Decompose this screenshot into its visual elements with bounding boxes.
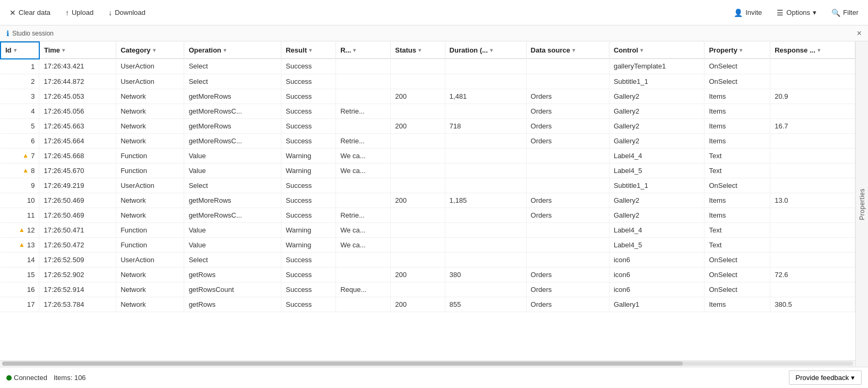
cell-datasource: Orders	[526, 282, 609, 297]
table-row[interactable]: ▲1217:26:50.471FunctionValueWarningWe ca…	[1, 222, 855, 237]
cell-id: 3	[1, 89, 39, 104]
session-bar-close-button[interactable]: ×	[857, 29, 862, 38]
table-row[interactable]: 1717:26:53.784NetworkgetRowsSuccess20085…	[1, 297, 855, 312]
cell-time: 17:26:50.469	[39, 193, 116, 208]
cell-time: 17:26:52.902	[39, 267, 116, 282]
cell-status	[391, 208, 445, 222]
cell-operation: Select	[184, 59, 281, 74]
cell-category: Function	[116, 148, 184, 163]
table-row[interactable]: 1017:26:50.469NetworkgetMoreRowsSuccess2…	[1, 193, 855, 208]
cell-duration	[445, 74, 526, 89]
cell-result: Success	[281, 104, 336, 118]
cell-time: 17:26:45.053	[39, 89, 116, 104]
toolbar: ✕ Clear data ↑ Upload ↓ Download 👤 Invit…	[0, 0, 868, 25]
col-header-operation[interactable]: Operation ▾	[184, 42, 281, 59]
cell-id: 15	[1, 267, 39, 282]
cell-control: Subtitle1_1	[609, 178, 704, 193]
cell-r	[336, 193, 391, 208]
cell-status	[391, 222, 445, 237]
download-button[interactable]: ↓ Download	[105, 6, 149, 19]
cell-response	[770, 252, 855, 267]
cell-control: icon6	[609, 267, 704, 282]
table-row[interactable]: ▲717:26:45.668FunctionValueWarningWe ca.…	[1, 148, 855, 163]
cell-datasource: Orders	[526, 193, 609, 208]
side-panel[interactable]: Properties	[855, 41, 868, 367]
cell-operation: getRows	[184, 297, 281, 312]
col-header-r[interactable]: R... ▾	[336, 42, 391, 59]
col-header-control[interactable]: Control ▾	[609, 42, 704, 59]
table-row[interactable]: 117:26:43.421UserActionSelectSuccessgall…	[1, 59, 855, 74]
cell-duration	[445, 222, 526, 237]
cell-datasource	[526, 252, 609, 267]
col-header-time[interactable]: Time ▾	[39, 42, 116, 59]
provide-feedback-button[interactable]: Provide feedback ▾	[789, 370, 862, 385]
col-header-property[interactable]: Property ▾	[704, 42, 770, 59]
table-row[interactable]: 617:26:45.664NetworkgetMoreRowsC...Succe…	[1, 133, 855, 148]
cell-duration	[445, 104, 526, 118]
col-header-result[interactable]: Result ▾	[281, 42, 336, 59]
col-header-category[interactable]: Category ▾	[116, 42, 184, 59]
filter-button[interactable]: 🔍 Filter	[828, 6, 862, 19]
cell-control: Gallery2	[609, 208, 704, 222]
cell-property: Text	[704, 148, 770, 163]
cell-time: 17:26:43.421	[39, 59, 116, 74]
cell-time: 17:26:52.914	[39, 282, 116, 297]
options-button[interactable]: ☰ Options ▾	[774, 6, 820, 19]
col-header-status[interactable]: Status ▾	[391, 42, 445, 59]
clear-data-button[interactable]: ✕ Clear data	[6, 6, 54, 19]
cell-result: Warning	[281, 163, 336, 178]
table-row[interactable]: 1517:26:52.902NetworkgetRowsSuccess20038…	[1, 267, 855, 282]
cell-operation: Value	[184, 163, 281, 178]
cell-duration: 1,185	[445, 193, 526, 208]
table-row[interactable]: 1417:26:52.509UserActionSelectSuccessico…	[1, 252, 855, 267]
cell-datasource: Orders	[526, 133, 609, 148]
cell-status: 200	[391, 89, 445, 104]
cell-result: Success	[281, 267, 336, 282]
cell-id: 10	[1, 193, 39, 208]
table-row[interactable]: ▲1317:26:50.472FunctionValueWarningWe ca…	[1, 237, 855, 252]
cell-control: Gallery2	[609, 104, 704, 118]
upload-button[interactable]: ↑ Upload	[62, 6, 97, 19]
table-row[interactable]: 417:26:45.056NetworkgetMoreRowsC...Succe…	[1, 104, 855, 118]
table-row[interactable]: 317:26:45.053NetworkgetMoreRowsSuccess20…	[1, 89, 855, 104]
cell-category: Network	[116, 133, 184, 148]
operation-sort-icon: ▾	[224, 47, 226, 53]
cell-duration	[445, 148, 526, 163]
horizontal-scrollbar[interactable]	[0, 360, 855, 367]
info-icon: ℹ	[6, 29, 9, 38]
cell-property: OnSelect	[704, 178, 770, 193]
download-icon: ↓	[108, 8, 112, 17]
table-row[interactable]: 517:26:45.663NetworkgetMoreRowsSuccess20…	[1, 118, 855, 133]
col-header-id[interactable]: Id ▾	[1, 42, 39, 59]
table-row[interactable]: ▲817:26:45.670FunctionValueWarningWe ca.…	[1, 163, 855, 178]
connected-label: Connected	[14, 374, 47, 382]
cell-operation: getMoreRowsC...	[184, 104, 281, 118]
cell-id: 2	[1, 74, 39, 89]
warning-icon: ▲	[19, 226, 25, 234]
cell-datasource: Orders	[526, 89, 609, 104]
cell-result: Success	[281, 282, 336, 297]
main-area: Id ▾ Time ▾ Category	[0, 41, 868, 367]
cell-status	[391, 252, 445, 267]
cell-result: Warning	[281, 237, 336, 252]
table-row[interactable]: 917:26:49.219UserActionSelectSuccessSubt…	[1, 178, 855, 193]
cell-r: We ca...	[336, 148, 391, 163]
cell-operation: getMoreRowsC...	[184, 208, 281, 222]
col-header-datasource[interactable]: Data source ▾	[526, 42, 609, 59]
invite-button[interactable]: 👤 Invite	[731, 6, 765, 19]
cell-time: 17:26:45.056	[39, 104, 116, 118]
response-sort-icon: ▾	[818, 47, 820, 53]
col-header-duration[interactable]: Duration (... ▾	[445, 42, 526, 59]
cell-response	[770, 222, 855, 237]
cell-r: We ca...	[336, 222, 391, 237]
cell-response	[770, 74, 855, 89]
cell-result: Success	[281, 193, 336, 208]
cell-category: Function	[116, 237, 184, 252]
control-sort-icon: ▾	[640, 47, 643, 53]
table-row[interactable]: 217:26:44.872UserActionSelectSuccessSubt…	[1, 74, 855, 89]
table-row[interactable]: 1117:26:50.469NetworkgetMoreRowsC...Succ…	[1, 208, 855, 222]
col-header-response[interactable]: Response ... ▾	[770, 42, 855, 59]
table-row[interactable]: 1617:26:52.914NetworkgetRowsCountSuccess…	[1, 282, 855, 297]
cell-operation: Select	[184, 252, 281, 267]
table-scroll[interactable]: Id ▾ Time ▾ Category	[0, 41, 855, 360]
